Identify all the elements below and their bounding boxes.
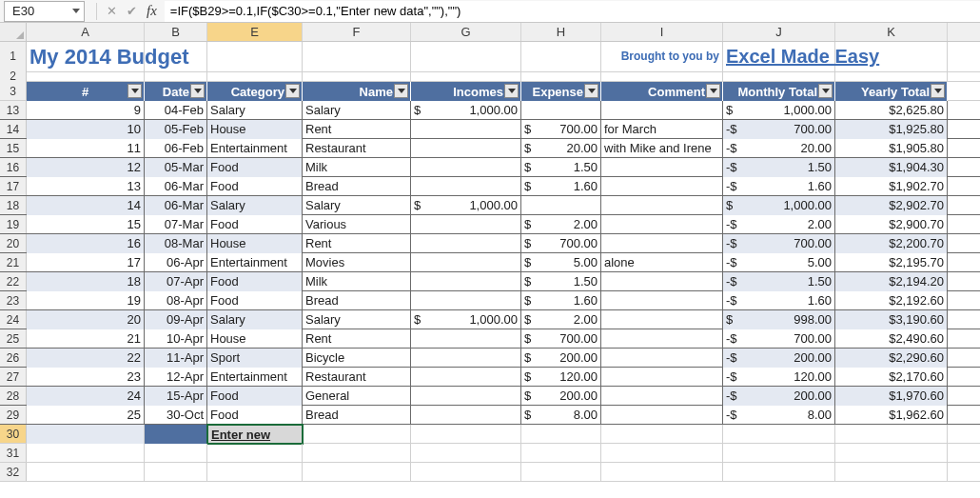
col-header-E[interactable]: E	[207, 23, 303, 41]
cell-monthly-total[interactable]: -$700.00	[723, 234, 835, 253]
cell-yearly-total[interactable]: $2,290.60	[835, 349, 948, 368]
cell-monthly-total[interactable]: -$120.00	[723, 368, 835, 387]
header-num[interactable]: #	[27, 82, 145, 101]
cell-category[interactable]: Entertainment	[207, 253, 303, 272]
cell-date[interactable]: 06-Feb	[145, 139, 207, 158]
cell-expense[interactable]	[521, 101, 601, 120]
cell-category[interactable]: Food	[207, 387, 303, 406]
row-header[interactable]: 19	[0, 215, 27, 233]
cell-comment[interactable]	[601, 272, 723, 291]
cell-expense[interactable]: $700.00	[521, 120, 601, 139]
excel-made-easy-link[interactable]: Excel Made Easy	[723, 42, 835, 72]
cell-category[interactable]: Food	[207, 158, 303, 177]
cell-yearly-total[interactable]: $2,490.60	[835, 329, 948, 349]
filter-icon[interactable]	[931, 84, 945, 98]
spreadsheet-grid[interactable]: A B E F G H I J K 1 My 2014 Budget Broug…	[0, 23, 980, 482]
row-header[interactable]: 27	[0, 368, 27, 386]
cell-incomes[interactable]: $1,000.00	[411, 101, 521, 120]
filter-icon[interactable]	[190, 84, 205, 98]
cell-date[interactable]: 06-Mar	[145, 177, 207, 196]
cell-monthly-total[interactable]: -$700.00	[723, 120, 835, 139]
cell-category[interactable]: Entertainment	[207, 139, 303, 158]
cell-yearly-total[interactable]: $3,190.60	[835, 310, 948, 329]
cell-incomes[interactable]: $1,000.00	[411, 310, 521, 329]
col-header-I[interactable]: I	[601, 23, 723, 41]
cell-monthly-total[interactable]: -$700.00	[723, 329, 835, 349]
cell-incomes[interactable]	[411, 177, 521, 196]
header-incomes[interactable]: Incomes	[411, 82, 521, 101]
cell-number[interactable]: 10	[27, 120, 145, 139]
accept-icon[interactable]: ✔	[127, 4, 137, 18]
cell-number[interactable]: 22	[27, 349, 145, 368]
cell-incomes[interactable]	[411, 368, 521, 387]
cell-comment[interactable]	[601, 349, 723, 368]
select-all-corner[interactable]	[0, 23, 27, 41]
cell-expense[interactable]: $8.00	[521, 406, 601, 425]
cell-category[interactable]: Salary	[207, 196, 303, 215]
cell-date[interactable]: 12-Apr	[145, 368, 207, 387]
cell-expense[interactable]: $1.50	[521, 272, 601, 291]
cell-name[interactable]: Movies	[303, 253, 411, 272]
cell-number[interactable]: 9	[27, 101, 145, 120]
row-header[interactable]: 18	[0, 196, 27, 214]
header-monthly[interactable]: Monthly Total	[723, 82, 835, 101]
name-box[interactable]: E30	[4, 1, 85, 22]
cell-yearly-total[interactable]: $2,200.70	[835, 234, 948, 253]
cell-comment[interactable]	[601, 101, 723, 120]
cell-name[interactable]: Restaurant	[303, 139, 411, 158]
cell-yearly-total[interactable]: $2,192.60	[835, 291, 948, 310]
cell-date[interactable]: 09-Apr	[145, 310, 207, 329]
row-header[interactable]: 13	[0, 101, 27, 119]
row-header[interactable]: 16	[0, 158, 27, 176]
cell-category[interactable]: House	[207, 120, 303, 139]
cell-yearly-total[interactable]: $1,970.60	[835, 387, 948, 406]
cell-expense[interactable]: $20.00	[521, 139, 601, 158]
cell-yearly-total[interactable]: $1,925.80	[835, 120, 948, 139]
cell-comment[interactable]: alone	[601, 253, 723, 272]
cell-expense[interactable]: $200.00	[521, 349, 601, 368]
cell-yearly-total[interactable]: $1,905.80	[835, 139, 948, 158]
cell-name[interactable]: Salary	[303, 310, 411, 329]
col-header-K[interactable]: K	[835, 23, 948, 41]
cell-date[interactable]: 15-Apr	[145, 387, 207, 406]
row-header[interactable]: 17	[0, 177, 27, 195]
cell-monthly-total[interactable]: -$2.00	[723, 215, 835, 234]
header-yearly[interactable]: Yearly Total	[835, 82, 948, 101]
row-header[interactable]: 1	[0, 42, 27, 72]
row-header[interactable]: 20	[0, 234, 27, 252]
cell-expense[interactable]: $2.00	[521, 215, 601, 234]
cell-name[interactable]: Various	[303, 215, 411, 234]
cell-monthly-total[interactable]: -$20.00	[723, 139, 835, 158]
cell-expense[interactable]: $700.00	[521, 329, 601, 349]
cell-incomes[interactable]	[411, 387, 521, 406]
cell-category[interactable]: Food	[207, 177, 303, 196]
cell-incomes[interactable]	[411, 349, 521, 368]
cell-expense[interactable]: $700.00	[521, 234, 601, 253]
filter-icon[interactable]	[127, 84, 142, 98]
cell-comment[interactable]	[601, 310, 723, 329]
cell-date[interactable]: 06-Apr	[145, 253, 207, 272]
cell-number[interactable]: 13	[27, 177, 145, 196]
cell-incomes[interactable]	[411, 158, 521, 177]
filter-icon[interactable]	[394, 84, 408, 98]
cell-category[interactable]: Sport	[207, 349, 303, 368]
cell-incomes[interactable]	[411, 291, 521, 310]
cell-yearly-total[interactable]: $2,625.80	[835, 101, 948, 120]
cell-monthly-total[interactable]: $998.00	[723, 310, 835, 329]
cell-number[interactable]: 16	[27, 234, 145, 253]
cell-expense[interactable]: $120.00	[521, 368, 601, 387]
cell-date[interactable]: 04-Feb	[145, 101, 207, 120]
cell-category[interactable]: Food	[207, 291, 303, 310]
cell-number[interactable]: 17	[27, 253, 145, 272]
cell-category[interactable]: Food	[207, 272, 303, 291]
cell-date[interactable]: 07-Mar	[145, 215, 207, 234]
cell-name[interactable]: Milk	[303, 158, 411, 177]
cell-expense[interactable]: $5.00	[521, 253, 601, 272]
cell-incomes[interactable]	[411, 139, 521, 158]
cell-name[interactable]: Bread	[303, 406, 411, 425]
col-header-B[interactable]: B	[145, 23, 207, 41]
header-expense[interactable]: Expense	[521, 82, 601, 101]
cell-yearly-total[interactable]: $1,962.60	[835, 406, 948, 425]
cell-expense[interactable]: $1.60	[521, 177, 601, 196]
cell-yearly-total[interactable]: $1,904.30	[835, 158, 948, 177]
